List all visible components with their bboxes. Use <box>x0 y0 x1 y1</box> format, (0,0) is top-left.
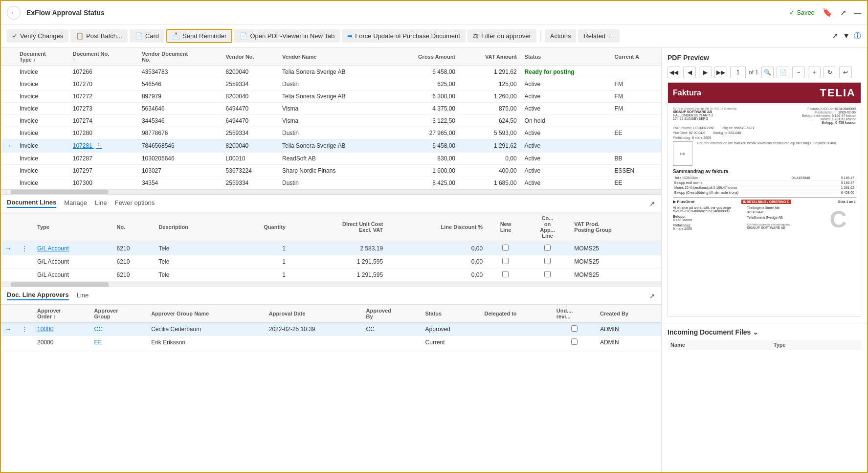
table-row[interactable]: Invoice 107270 546546 2559334 Dustin 625… <box>1 78 661 90</box>
table-row[interactable]: → Invoice 107281 ⋮ 7846568546 8200040 Te… <box>1 139 661 153</box>
col-status[interactable]: Status <box>521 48 611 66</box>
pdf-zoom-out-button[interactable]: − <box>792 67 805 78</box>
card-button[interactable]: 📄 Card <box>130 29 164 43</box>
dl-col-unit-cost[interactable]: Direct Unit CostExcl. VAT <box>289 212 387 242</box>
ap-col-group[interactable]: ApproverGroup <box>90 305 148 323</box>
pdf-rotate-button[interactable]: 📄 <box>777 67 789 78</box>
col-gross-amount[interactable]: Gross Amount <box>389 48 459 66</box>
tab-document-lines[interactable]: Document Lines <box>7 199 56 208</box>
main-table-area[interactable]: DocumentType ↑ Document No.↑ Vendor Docu… <box>1 48 661 194</box>
ap-und-revi-check-1[interactable] <box>571 338 578 345</box>
col-doc-no[interactable]: Document No.↑ <box>69 48 138 66</box>
actions-button[interactable]: Actions <box>545 29 577 43</box>
dl-dots-0[interactable]: ⋮ <box>16 242 33 255</box>
row-dots-6[interactable]: ⋮ <box>94 142 104 149</box>
tab-manage[interactable]: Manage <box>64 199 87 207</box>
open-pdf-viewer-button[interactable]: 📄 Open PDF-Viewer in New Tab <box>234 29 340 43</box>
back-button[interactable]: ← <box>7 6 21 20</box>
table-row[interactable]: Invoice 107297 103027 53673224 Sharp Nor… <box>1 165 661 177</box>
dl-co-on-app-check-2[interactable] <box>544 271 551 277</box>
doc-line-row[interactable]: G/L Account 6210 Tele 1 1 291,595 0,00 M… <box>1 255 661 269</box>
incoming-col-name[interactable]: Name <box>668 340 771 350</box>
tab-doc-line-approvers[interactable]: Doc. Line Approvers <box>7 291 69 300</box>
pdf-prev-page-button[interactable]: ◀ <box>683 67 696 78</box>
col-vendor-doc-no[interactable]: Vendor DocumentNo. <box>138 48 222 66</box>
dl-col-no[interactable]: No. <box>113 212 155 242</box>
table-row[interactable]: Invoice 107280 98778676 2559334 Dustin 2… <box>1 127 661 139</box>
ap-col-status[interactable]: Status <box>422 305 481 323</box>
verify-changes-button[interactable]: ✓ Verify Changes <box>7 29 68 43</box>
main-table-scrollbar[interactable] <box>1 189 661 194</box>
ap-col-order[interactable]: ApproverOrder ↑ <box>33 305 90 323</box>
expand-doc-lines-icon[interactable]: ➚ <box>649 200 655 207</box>
pdf-refresh-button[interactable]: ↻ <box>823 67 836 78</box>
ap-und-revi-0[interactable] <box>553 323 596 336</box>
tab-approvers-line[interactable]: Line <box>77 292 89 300</box>
table-row[interactable]: Invoice 107273 5634646 6494470 Visma 4 3… <box>1 103 661 115</box>
ap-und-revi-check-0[interactable] <box>571 325 578 332</box>
dl-co-on-app-2[interactable] <box>525 269 571 282</box>
dl-new-line-1[interactable] <box>487 255 525 269</box>
ap-col-approved-by[interactable]: ApprovedBy <box>362 305 422 323</box>
tab-fewer-options[interactable]: Fewer options <box>115 199 155 207</box>
ap-col-created-by[interactable]: Created By <box>596 305 661 323</box>
col-vat-amount[interactable]: VAT Amount <box>459 48 521 66</box>
share-toolbar-icon[interactable]: ➚ <box>832 31 839 41</box>
approver-row[interactable]: → ⋮ 10000 CC Cecilia Cederbaum 2022-02-2… <box>1 323 661 336</box>
table-row[interactable]: Invoice 107274 3445346 6494470 Visma 3 1… <box>1 115 661 127</box>
col-current-a[interactable]: Current A <box>611 48 661 66</box>
pdf-next-page-button[interactable]: ▶ <box>699 67 712 78</box>
ap-dots-0[interactable]: ⋮ <box>16 323 33 336</box>
ap-col-approval-date[interactable]: Approval Date <box>265 305 362 323</box>
doc-lines-scrollbar[interactable] <box>1 282 661 287</box>
filter-approver-button[interactable]: ⚖ Filter on approver <box>467 29 536 43</box>
dl-col-type[interactable]: Type <box>33 212 113 242</box>
dl-co-on-app-1[interactable] <box>525 255 571 269</box>
ap-col-und-revi[interactable]: Und....revi... <box>553 305 596 323</box>
table-row[interactable]: Invoice 107272 897979 8200040 Telia Sone… <box>1 90 661 103</box>
doc-lines-area[interactable]: Type No. Description Quantity Direct Uni… <box>1 212 661 287</box>
pdf-undo-button[interactable]: ↩ <box>839 67 852 78</box>
share-icon[interactable]: ➚ <box>840 8 846 17</box>
table-row[interactable]: Invoice 107287 1030205646 L00010 ReadSof… <box>1 153 661 165</box>
dl-col-co-on-app[interactable]: Co...onApp...Line <box>525 212 571 242</box>
expand-approvers-icon[interactable]: ➚ <box>649 292 655 300</box>
doc-line-row[interactable]: G/L Account 6210 Tele 1 1 291,595 0,00 M… <box>1 269 661 282</box>
dl-new-line-check-0[interactable] <box>502 245 509 251</box>
post-batch-button[interactable]: 📋 Post Batch... <box>70 29 128 43</box>
info-toolbar-icon[interactable]: ⓘ <box>854 31 861 41</box>
incoming-col-type[interactable]: Type <box>771 340 861 350</box>
filter-toolbar-icon[interactable]: ▼ <box>843 31 850 41</box>
related-button[interactable]: Related … <box>578 29 620 43</box>
dl-col-line-discount[interactable]: Line Discount % <box>387 212 487 242</box>
dl-col-vat-group[interactable]: VAT Prod.Posting Group <box>570 212 661 242</box>
ap-col-delegated-to[interactable]: Delegated to <box>481 305 553 323</box>
col-vendor-name[interactable]: Vendor Name <box>278 48 389 66</box>
pdf-zoom-in-button[interactable]: + <box>808 67 821 78</box>
col-doc-type[interactable]: DocumentType ↑ <box>16 48 69 66</box>
pdf-first-page-button[interactable]: ◀◀ <box>668 67 680 78</box>
col-vendor-no[interactable]: Vendor No. <box>222 48 278 66</box>
incoming-docs-title[interactable]: Incoming Document Files ⌄ <box>668 328 861 336</box>
dl-co-on-app-check-0[interactable] <box>544 245 551 251</box>
tab-line[interactable]: Line <box>95 199 107 207</box>
dl-col-description[interactable]: Description <box>155 212 230 242</box>
dl-col-quantity[interactable]: Quantity <box>230 212 289 242</box>
bookmark-icon[interactable]: 🔖 <box>823 8 832 17</box>
ap-col-group-name[interactable]: Approver Group Name <box>147 305 265 323</box>
pdf-search-button[interactable]: 🔍 <box>761 67 774 78</box>
doc-line-row[interactable]: → ⋮ G/L Account 6210 Tele 1 2 583,19 0,0… <box>1 242 661 255</box>
dl-co-on-app-0[interactable] <box>525 242 571 255</box>
minimize-icon[interactable]: — <box>854 9 861 17</box>
pdf-page-input[interactable] <box>730 67 746 78</box>
pdf-last-page-button[interactable]: ▶▶ <box>714 67 727 78</box>
dl-new-line-0[interactable] <box>487 242 525 255</box>
row-doc-no-6[interactable]: 107281 ⋮ <box>69 139 138 153</box>
dl-new-line-check-1[interactable] <box>502 258 509 264</box>
dl-co-on-app-check-1[interactable] <box>544 258 551 264</box>
dl-new-line-check-2[interactable] <box>502 271 509 277</box>
approver-row[interactable]: 20000 EE Erik Eriksson Current ADMIN <box>1 336 661 349</box>
dl-col-new-line[interactable]: NewLine <box>487 212 525 242</box>
ap-und-revi-1[interactable] <box>553 336 596 349</box>
force-update-button[interactable]: ➡ Force Update of Purchase Document <box>342 29 466 43</box>
